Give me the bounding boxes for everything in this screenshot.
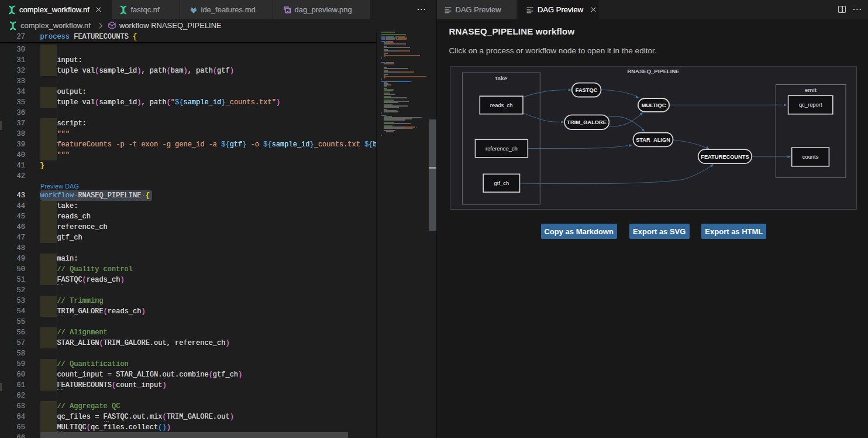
svg-text:qc_report: qc_report <box>799 101 822 108</box>
svg-text:reference_ch: reference_ch <box>485 145 518 152</box>
svg-text:TRIM_GALORE: TRIM_GALORE <box>567 119 607 125</box>
svg-text:counts: counts <box>802 153 819 160</box>
svg-text:STAR_ALIGN: STAR_ALIGN <box>636 137 670 143</box>
svg-text:gtf_ch: gtf_ch <box>494 180 509 186</box>
svg-text:RNASEQ_PIPELINE: RNASEQ_PIPELINE <box>627 68 679 74</box>
svg-text:MULTIQC: MULTIQC <box>642 102 666 108</box>
svg-text:FASTQC: FASTQC <box>576 87 598 93</box>
svg-text:emit: emit <box>805 87 817 93</box>
svg-text:FEATURECOUNTS: FEATURECOUNTS <box>701 154 749 160</box>
svg-text:take: take <box>495 75 507 81</box>
svg-text:reads_ch: reads_ch <box>490 102 513 108</box>
